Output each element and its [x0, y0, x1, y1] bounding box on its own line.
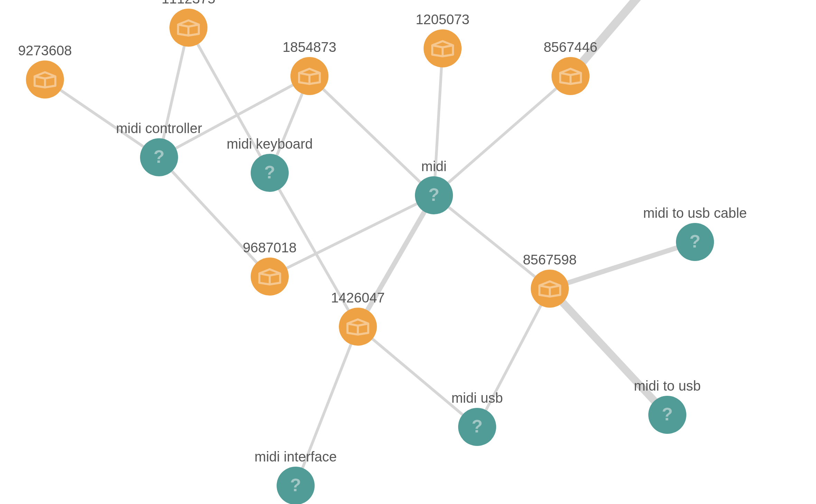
node-label: 9273608: [18, 43, 72, 58]
edge-13: [296, 327, 358, 486]
node-label: 1205073: [416, 12, 470, 27]
question-icon: ?: [264, 162, 275, 182]
node-n_1112375[interactable]: [169, 9, 207, 47]
node-label: 8567598: [523, 252, 577, 267]
label-layer: 92736081112375185487312050738567446midi …: [18, 0, 747, 464]
edge-1: [159, 28, 188, 157]
node-label: 1112375: [161, 0, 215, 6]
node-n_9687018[interactable]: [251, 258, 289, 296]
node-label: midi interface: [254, 449, 337, 464]
question-icon: ?: [290, 475, 301, 495]
edge-3: [159, 76, 309, 157]
node-layer: ???????: [26, 9, 714, 504]
node-n_1426047[interactable]: [339, 308, 377, 346]
node-label: midi to usb cable: [643, 205, 747, 221]
node-n_midi_usb[interactable]: ?: [458, 408, 496, 446]
edge-0: [45, 80, 159, 157]
node-label: midi: [421, 159, 446, 174]
node-n_midi_interface[interactable]: ?: [277, 467, 315, 504]
edge-layer: [45, 0, 695, 486]
question-icon: ?: [472, 416, 483, 436]
edge-14: [434, 195, 550, 289]
node-n_8567446[interactable]: [551, 57, 590, 95]
node-label: 1854873: [282, 39, 336, 55]
question-icon: ?: [662, 404, 673, 424]
edge-7: [434, 76, 571, 195]
edge-2: [188, 28, 270, 173]
question-icon: ?: [428, 185, 439, 205]
question-icon: ?: [154, 147, 165, 167]
node-n_9273608[interactable]: [26, 60, 64, 99]
node-label: 9687018: [243, 240, 297, 255]
edge-16: [477, 289, 550, 427]
edge-17: [550, 289, 667, 415]
node-n_midi[interactable]: ?: [415, 176, 453, 214]
node-label: midi keyboard: [226, 136, 313, 151]
edge-6: [434, 48, 443, 195]
node-n_midi_controller[interactable]: ?: [140, 138, 178, 176]
node-n_8567598[interactable]: [531, 270, 569, 308]
node-label: midi controller: [116, 121, 202, 136]
edge-5: [309, 76, 434, 195]
graph-canvas[interactable]: ???????927360811123751854873120507385674…: [0, 0, 816, 504]
node-n_1854873[interactable]: [290, 57, 328, 95]
node-n_1205073[interactable]: [424, 29, 462, 67]
node-n_midi_to_usb_cable[interactable]: ?: [676, 223, 714, 261]
edge-12: [358, 327, 477, 427]
question-icon: ?: [689, 231, 701, 251]
edge-15: [550, 242, 695, 289]
edge-9: [270, 173, 358, 327]
node-n_midi_keyboard[interactable]: ?: [251, 154, 289, 192]
node-n_midi_to_usb[interactable]: ?: [648, 396, 686, 434]
